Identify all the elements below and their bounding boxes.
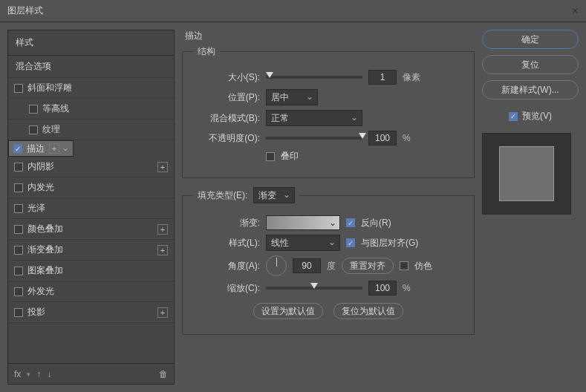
style-row-3[interactable]: ✓描边+	[8, 140, 74, 157]
style-label: 纹理	[42, 123, 168, 136]
style-row-0[interactable]: 斜面和浮雕	[8, 78, 174, 99]
style-checkbox[interactable]	[14, 163, 23, 172]
style-label: 等高线	[42, 102, 168, 115]
angle-unit: 度	[327, 260, 336, 272]
style-label: 样式(L):	[193, 237, 260, 249]
fill-legend: 填充类型(E): 渐变	[193, 187, 299, 203]
style-checkbox[interactable]	[14, 287, 23, 296]
move-up-icon[interactable]: ↑	[36, 369, 41, 379]
preview-thumbnail	[482, 133, 571, 215]
cancel-button[interactable]: 复位	[482, 55, 579, 74]
blend-label: 混合模式(B):	[193, 112, 260, 125]
new-style-button[interactable]: 新建样式(W)...	[482, 80, 579, 99]
fill-fieldset: 填充类型(E): 渐变 渐变: ✓ 反向(R) 样式(L): 线性 ✓ 与图层对…	[182, 187, 475, 335]
opacity-input[interactable]: 100	[368, 131, 397, 146]
fx-menu-icon[interactable]: ▾	[27, 370, 30, 378]
angle-input[interactable]: 90	[293, 258, 321, 273]
style-row-7[interactable]: 颜色叠加+	[8, 219, 174, 240]
style-label: 渐变叠加	[27, 244, 153, 256]
dither-checkbox[interactable]	[400, 261, 408, 270]
style-label: 斜面和浮雕	[27, 82, 168, 94]
reset-align-button[interactable]: 重置对齐	[342, 258, 394, 274]
style-row-1[interactable]: 等高线	[8, 99, 174, 120]
style-label: 光泽	[27, 202, 168, 215]
add-instance-icon[interactable]: +	[157, 162, 168, 172]
ok-button[interactable]: 确定	[482, 30, 579, 49]
scale-label: 缩放(C):	[193, 282, 260, 295]
styles-header: 样式	[8, 30, 174, 56]
style-checkbox[interactable]: ✓	[13, 144, 22, 153]
blend-options-row[interactable]: 混合选项	[8, 56, 174, 78]
trash-icon[interactable]: 🗑	[159, 369, 168, 379]
settings-panel: 描边 结构 大小(S): 1 像素 位置(P): 居中 混合模式(B): 正常 …	[182, 30, 475, 385]
add-instance-icon[interactable]: +	[157, 245, 168, 255]
angle-label: 角度(A):	[193, 260, 260, 272]
dialog-title: 图层样式	[7, 4, 43, 17]
scale-input[interactable]: 100	[368, 281, 397, 295]
group-title: 描边	[185, 30, 475, 42]
preview-label: 预览(V)	[522, 110, 552, 122]
styles-panel: 样式 混合选项 斜面和浮雕等高线纹理✓描边+内阴影+内发光光泽颜色叠加+渐变叠加…	[7, 30, 175, 385]
align-checkbox[interactable]: ✓	[346, 238, 355, 247]
blend-select[interactable]: 正常	[266, 110, 362, 126]
overprint-checkbox[interactable]	[266, 152, 275, 161]
style-row-11[interactable]: 投影+	[8, 302, 174, 323]
scale-unit: %	[403, 283, 411, 293]
add-instance-icon[interactable]: +	[157, 224, 168, 235]
style-checkbox[interactable]	[29, 105, 38, 114]
style-row-8[interactable]: 渐变叠加+	[8, 240, 174, 261]
style-row-2[interactable]: 纹理	[8, 120, 174, 140]
style-row-5[interactable]: 内发光	[8, 177, 174, 198]
style-label: 图案叠加	[27, 264, 168, 277]
size-input[interactable]: 1	[368, 70, 397, 85]
size-unit: 像素	[403, 71, 420, 84]
structure-legend: 结构	[193, 45, 220, 58]
style-label: 外发光	[27, 285, 168, 298]
style-checkbox[interactable]	[14, 183, 23, 192]
fill-type-label: 填充类型(E):	[198, 190, 247, 200]
style-row-9[interactable]: 图案叠加	[8, 261, 174, 281]
preview-checkbox[interactable]: ✓	[509, 112, 518, 121]
reset-default-button[interactable]: 复位为默认值	[333, 303, 403, 319]
angle-dial[interactable]	[266, 255, 287, 276]
add-instance-icon[interactable]: +	[157, 307, 168, 318]
style-checkbox[interactable]	[14, 204, 23, 213]
size-label: 大小(S):	[193, 71, 260, 84]
action-panel: 确定 复位 新建样式(W)... ✓ 预览(V)	[482, 30, 579, 385]
dither-label: 仿色	[414, 260, 432, 272]
style-row-6[interactable]: 光泽	[8, 198, 174, 219]
opacity-slider[interactable]	[266, 137, 362, 140]
style-label: 投影	[27, 306, 153, 318]
move-down-icon[interactable]: ↓	[47, 369, 51, 379]
reverse-label: 反向(R)	[361, 217, 391, 229]
style-row-10[interactable]: 外发光	[8, 281, 174, 302]
style-select[interactable]: 线性	[266, 235, 340, 251]
fx-icon[interactable]: fx	[14, 369, 21, 379]
style-checkbox[interactable]	[14, 84, 23, 93]
style-checkbox[interactable]	[29, 125, 38, 134]
add-instance-icon[interactable]: +	[49, 143, 59, 154]
style-label: 颜色叠加	[27, 223, 153, 235]
size-slider[interactable]	[266, 76, 362, 79]
style-label: 内发光	[27, 181, 168, 194]
style-label: 内阴影	[27, 160, 153, 173]
gradient-label: 渐变:	[193, 217, 260, 229]
set-default-button[interactable]: 设置为默认值	[253, 303, 323, 319]
close-icon[interactable]: ×	[572, 4, 579, 18]
structure-fieldset: 结构 大小(S): 1 像素 位置(P): 居中 混合模式(B): 正常 不透明…	[182, 45, 475, 178]
overprint-label: 叠印	[281, 150, 299, 163]
gradient-picker[interactable]	[266, 215, 340, 230]
opacity-unit: %	[403, 133, 411, 143]
style-checkbox[interactable]	[14, 308, 23, 317]
style-checkbox[interactable]	[14, 267, 23, 275]
reverse-checkbox[interactable]: ✓	[346, 218, 355, 227]
style-label: 描边	[27, 143, 45, 155]
fill-type-select[interactable]: 渐变	[253, 187, 295, 203]
position-label: 位置(P):	[193, 91, 260, 104]
style-checkbox[interactable]	[14, 225, 23, 234]
scale-slider[interactable]	[266, 287, 362, 290]
style-row-4[interactable]: 内阴影+	[8, 157, 174, 177]
opacity-label: 不透明度(O):	[193, 132, 260, 145]
style-checkbox[interactable]	[14, 246, 23, 255]
position-select[interactable]: 居中	[266, 89, 318, 105]
